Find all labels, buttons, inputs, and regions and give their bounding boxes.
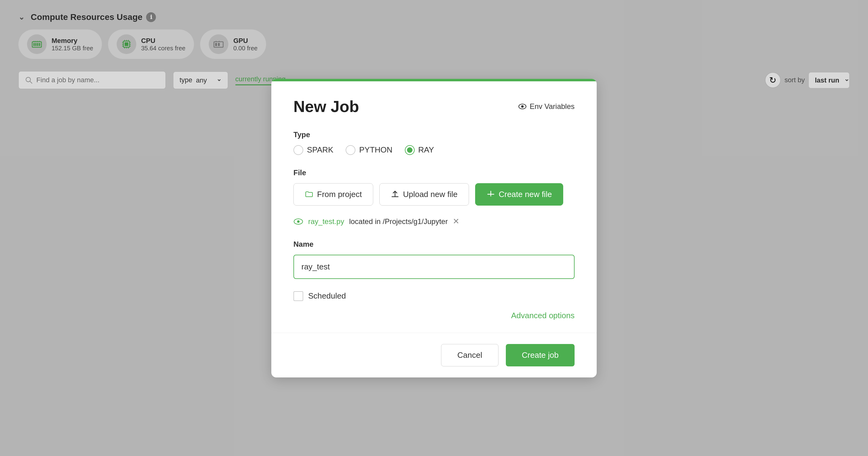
- modal-overlay: New Job Env Variables Type SPARK: [0, 0, 868, 456]
- folder-icon: [305, 190, 313, 199]
- env-variables-button[interactable]: Env Variables: [518, 102, 575, 111]
- create-new-file-button[interactable]: Create new file: [475, 183, 563, 205]
- create-file-icon: [487, 190, 495, 199]
- dialog-title: New Job: [293, 97, 359, 116]
- from-project-label: From project: [317, 190, 362, 199]
- from-project-button[interactable]: From project: [293, 183, 373, 205]
- upload-new-file-button[interactable]: Upload new file: [379, 183, 469, 205]
- radio-ray-circle[interactable]: [405, 145, 415, 155]
- new-job-dialog: New Job Env Variables Type SPARK: [271, 79, 597, 378]
- radio-spark-label: SPARK: [307, 145, 333, 155]
- type-section: Type SPARK PYTHON RAY: [293, 130, 575, 155]
- name-input[interactable]: [293, 255, 575, 279]
- eye-icon: [518, 102, 527, 111]
- scheduled-row: Scheduled: [293, 291, 575, 301]
- advanced-options-button[interactable]: Advanced options: [511, 311, 575, 320]
- radio-python-label: PYTHON: [359, 145, 392, 155]
- file-clear-icon[interactable]: ✕: [453, 217, 460, 226]
- radio-ray[interactable]: RAY: [405, 145, 434, 155]
- upload-new-file-label: Upload new file: [403, 190, 458, 199]
- type-section-label: Type: [293, 130, 575, 139]
- file-buttons: From project Upload new file Create: [293, 183, 575, 205]
- cancel-button[interactable]: Cancel: [441, 344, 498, 366]
- scheduled-checkbox[interactable]: [293, 291, 303, 301]
- file-section: File From project Upload new file: [293, 168, 575, 226]
- advanced-options-section: Advanced options: [293, 311, 575, 333]
- file-section-label: File: [293, 168, 575, 177]
- radio-python-circle[interactable]: [346, 145, 355, 155]
- name-section-label: Name: [293, 240, 575, 249]
- file-eye-icon: [293, 217, 303, 226]
- radio-spark-circle[interactable]: [293, 145, 303, 155]
- radio-ray-label: RAY: [418, 145, 434, 155]
- svg-point-33: [297, 220, 300, 223]
- scheduled-label: Scheduled: [308, 291, 346, 301]
- file-location: located in /Projects/g1/Jupyter: [349, 217, 448, 226]
- create-new-file-label: Create new file: [499, 190, 552, 199]
- upload-icon: [391, 190, 399, 199]
- radio-spark[interactable]: SPARK: [293, 145, 333, 155]
- dialog-footer: Cancel Create job: [271, 333, 597, 378]
- svg-point-31: [521, 105, 524, 108]
- create-job-button[interactable]: Create job: [506, 344, 575, 366]
- dialog-header: New Job Env Variables: [293, 97, 575, 116]
- name-section: Name: [293, 240, 575, 291]
- file-name[interactable]: ray_test.py: [308, 217, 344, 226]
- env-variables-label: Env Variables: [530, 102, 575, 111]
- radio-group: SPARK PYTHON RAY: [293, 145, 575, 155]
- radio-python[interactable]: PYTHON: [346, 145, 392, 155]
- dialog-top-bar: [271, 79, 597, 81]
- file-info: ray_test.py located in /Projects/g1/Jupy…: [293, 217, 575, 226]
